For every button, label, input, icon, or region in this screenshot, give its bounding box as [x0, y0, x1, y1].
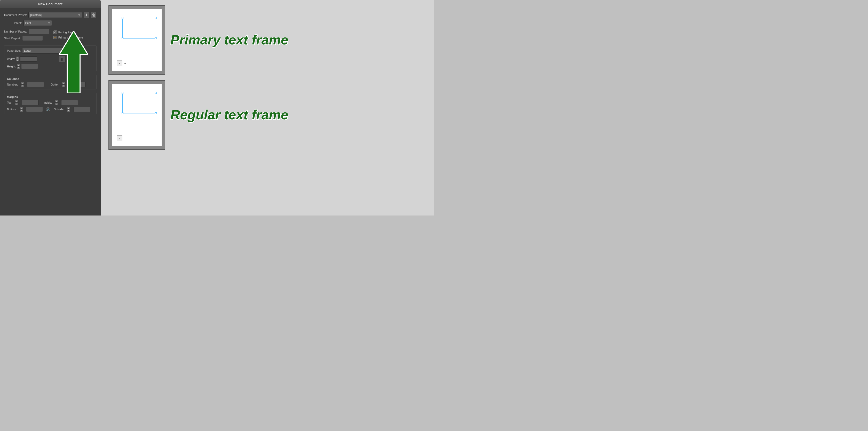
text-frame-icon: ≡: [117, 60, 122, 66]
regular-handle-br: [155, 112, 157, 114]
intent-label: Intent:: [14, 22, 22, 25]
regular-handle-tl: [122, 92, 123, 94]
margins-title: Margins: [7, 95, 94, 98]
width-stepper: Width: ▲ ▼: [7, 56, 37, 61]
height-increment-btn[interactable]: ▲: [17, 64, 20, 66]
frame-handle-tl: [122, 17, 123, 19]
height-input[interactable]: [21, 64, 38, 69]
intent-dropdown[interactable]: Print: [24, 20, 52, 26]
start-page-label: Start Page #:: [4, 37, 21, 40]
regular-page-inner: ≡: [112, 84, 162, 146]
page-size-label: Page Size:: [7, 49, 21, 52]
svg-marker-0: [59, 31, 88, 93]
bottom-margin-input[interactable]: [26, 107, 43, 112]
bottom-decrement-btn[interactable]: ▼: [19, 109, 23, 112]
columns-number-input[interactable]: [27, 82, 44, 87]
top-inside-row: Top: ▲ ▼ Inside: ▲ ▼: [7, 100, 94, 105]
frame-handle-tr: [155, 17, 157, 19]
width-label: Width:: [7, 57, 15, 60]
inside-label: Inside:: [43, 101, 52, 104]
preset-dropdown[interactable]: [Custom]: [28, 12, 82, 18]
primary-text-frame-indicator: [122, 18, 156, 38]
regular-page-preview: ≡: [108, 80, 165, 150]
inside-increment-btn[interactable]: ▲: [55, 100, 58, 103]
outside-decrement-btn[interactable]: ▼: [67, 109, 70, 112]
primary-frame-icon-row: ≡ →: [117, 60, 127, 66]
top-increment-btn[interactable]: ▲: [15, 100, 19, 103]
regular-handle-bl: [122, 112, 123, 114]
intent-dropdown-arrow-icon: [48, 23, 50, 24]
inside-margin-input[interactable]: [61, 100, 78, 105]
preset-row: Document Preset: [Custom] ⬇ 🗑: [4, 12, 97, 18]
frame-handle-bl: [122, 37, 123, 39]
width-stepper-btns[interactable]: ▲ ▼: [16, 56, 19, 61]
inside-decrement-btn[interactable]: ▼: [55, 103, 58, 105]
regular-label: Regular text frame: [170, 108, 426, 122]
regular-text-frame-icon: ≡: [117, 135, 122, 141]
primary-preview-section: ≡ → Primary text frame: [108, 5, 426, 75]
bottom-increment-btn[interactable]: ▲: [19, 107, 23, 109]
height-decrement-btn[interactable]: ▼: [17, 66, 20, 69]
number-label: Number:: [7, 83, 18, 86]
top-label: Top:: [7, 101, 12, 104]
intent-row: Intent: Print: [4, 20, 97, 26]
start-page-input[interactable]: [22, 36, 43, 41]
num-pages-label: Number of Pages:: [4, 30, 27, 33]
regular-handle-tr: [155, 92, 157, 94]
dropdown-arrow-icon: [78, 15, 80, 16]
width-input[interactable]: [20, 56, 37, 61]
num-pages-row: Number of Pages:: [4, 29, 49, 34]
height-label: Height:: [7, 65, 16, 68]
top-decrement-btn[interactable]: ▼: [15, 103, 19, 105]
primary-text-checkbox[interactable]: ✓: [54, 36, 57, 39]
top-margin-input[interactable]: [22, 100, 38, 105]
number-increment-btn[interactable]: ▲: [21, 82, 24, 85]
dialog-title: New Document: [0, 0, 101, 8]
preset-label: Document Preset:: [4, 13, 27, 17]
facing-pages-checkbox[interactable]: ✓: [54, 30, 57, 34]
primary-label: Primary text frame: [170, 33, 426, 47]
outside-label: Outside:: [54, 108, 64, 111]
outside-margin-input[interactable]: [73, 107, 90, 112]
num-pages-input[interactable]: [29, 29, 49, 34]
bottom-label: Bottom:: [7, 108, 17, 111]
regular-preview-section: ≡ Regular text frame: [108, 80, 426, 150]
save-preset-button[interactable]: ⬇: [84, 12, 89, 18]
outside-increment-btn[interactable]: ▲: [67, 107, 70, 109]
green-arrow: [57, 31, 90, 93]
number-decrement-btn[interactable]: ▼: [21, 85, 24, 87]
arrow-right-icon: →: [123, 61, 127, 65]
margins-section: Margins Top: ▲ ▼ Inside: ▲ ▼ Bottom: ▲: [4, 93, 97, 114]
bottom-outside-row: Bottom: ▲ ▼ 🔗 Outside: ▲ ▼: [7, 107, 94, 112]
start-page-row: Start Page #:: [4, 36, 49, 41]
height-stepper-btns[interactable]: ▲ ▼: [17, 64, 20, 69]
regular-frame-icon-row: ≡: [117, 135, 122, 141]
right-panel: ≡ → Primary text frame ≡: [101, 0, 434, 216]
link-proportional-icon[interactable]: 🔗: [46, 107, 50, 111]
number-stepper-btns[interactable]: ▲ ▼: [21, 82, 24, 87]
frame-handle-br: [155, 37, 157, 39]
width-increment-btn[interactable]: ▲: [16, 56, 19, 59]
delete-preset-button[interactable]: 🗑: [91, 12, 97, 18]
width-decrement-btn[interactable]: ▼: [16, 59, 19, 61]
height-stepper: Height: ▲ ▼: [7, 64, 38, 69]
regular-text-frame-indicator: [122, 93, 156, 113]
primary-page-preview: ≡ →: [108, 5, 165, 75]
primary-page-inner: ≡ →: [112, 9, 162, 71]
